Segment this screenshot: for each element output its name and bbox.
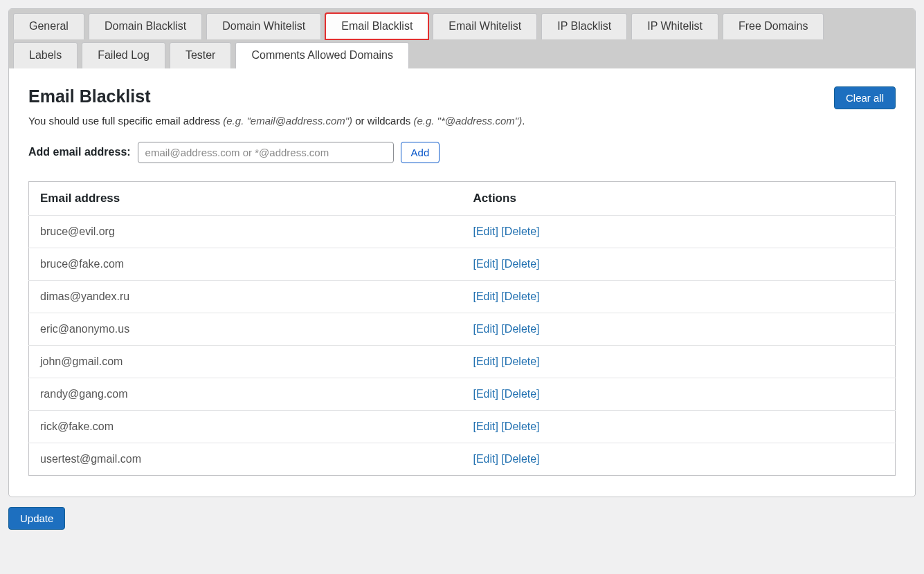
add-email-input[interactable] bbox=[138, 142, 394, 163]
edit-link[interactable]: [Edit] bbox=[473, 355, 498, 367]
tab-failed-log[interactable]: Failed Log bbox=[82, 42, 165, 68]
table-row: usertest@gmail.com[Edit] [Delete] bbox=[29, 443, 896, 475]
delete-link[interactable]: [Delete] bbox=[501, 258, 539, 270]
add-email-form: Add email address: Add bbox=[28, 142, 896, 163]
actions-cell: [Edit] [Delete] bbox=[462, 280, 896, 313]
blacklist-table: Email address Actions bruce@evil.org[Edi… bbox=[28, 181, 896, 476]
email-cell: rick@fake.com bbox=[29, 410, 462, 443]
tab-domain-whitelist[interactable]: Domain Whitelist bbox=[206, 13, 321, 39]
delete-link[interactable]: [Delete] bbox=[501, 388, 539, 400]
tab-general[interactable]: General bbox=[13, 13, 84, 39]
desc-lead: You should use full specific email addre… bbox=[28, 115, 223, 127]
actions-cell: [Edit] [Delete] bbox=[462, 313, 896, 345]
actions-cell: [Edit] [Delete] bbox=[462, 378, 896, 410]
email-cell: randy@gang.com bbox=[29, 378, 462, 410]
actions-cell: [Edit] [Delete] bbox=[462, 248, 896, 280]
update-button[interactable]: Update bbox=[8, 507, 65, 530]
edit-link[interactable]: [Edit] bbox=[473, 258, 498, 270]
delete-link[interactable]: [Delete] bbox=[501, 420, 539, 432]
edit-link[interactable]: [Edit] bbox=[473, 225, 498, 237]
tab-content: Email Blacklist Clear all You should use… bbox=[9, 68, 915, 497]
desc-example-2: (e.g. "*@address.com") bbox=[413, 115, 522, 127]
table-row: eric@anonymo.us[Edit] [Delete] bbox=[29, 313, 896, 345]
tab-domain-blacklist[interactable]: Domain Blacklist bbox=[89, 13, 202, 39]
table-row: bruce@evil.org[Edit] [Delete] bbox=[29, 215, 896, 248]
email-cell: usertest@gmail.com bbox=[29, 443, 462, 475]
tabs-container: GeneralDomain BlacklistDomain WhitelistE… bbox=[9, 9, 915, 68]
desc-mid: or wildcards bbox=[352, 115, 413, 127]
table-row: rick@fake.com[Edit] [Delete] bbox=[29, 410, 896, 443]
tab-comments-allowed-domains[interactable]: Comments Allowed Domains bbox=[235, 42, 409, 68]
tab-ip-whitelist[interactable]: IP Whitelist bbox=[631, 13, 718, 39]
delete-link[interactable]: [Delete] bbox=[501, 225, 539, 237]
add-button[interactable]: Add bbox=[401, 142, 440, 163]
desc-end: . bbox=[522, 115, 525, 127]
clear-all-button[interactable]: Clear all bbox=[834, 86, 896, 109]
delete-link[interactable]: [Delete] bbox=[501, 290, 539, 302]
desc-example-1: (e.g. "email@address.com") bbox=[223, 115, 352, 127]
email-cell: john@gmail.com bbox=[29, 345, 462, 378]
col-header-actions: Actions bbox=[462, 181, 896, 215]
tab-tester[interactable]: Tester bbox=[170, 42, 232, 68]
add-email-label: Add email address: bbox=[28, 146, 131, 158]
settings-panel: GeneralDomain BlacklistDomain WhitelistE… bbox=[8, 8, 916, 497]
actions-cell: [Edit] [Delete] bbox=[462, 215, 896, 248]
tab-free-domains[interactable]: Free Domains bbox=[723, 13, 824, 39]
delete-link[interactable]: [Delete] bbox=[501, 323, 539, 335]
actions-cell: [Edit] [Delete] bbox=[462, 345, 896, 378]
edit-link[interactable]: [Edit] bbox=[473, 323, 498, 335]
tabs-row-1: GeneralDomain BlacklistDomain WhitelistE… bbox=[13, 13, 911, 39]
email-cell: eric@anonymo.us bbox=[29, 313, 462, 345]
delete-link[interactable]: [Delete] bbox=[501, 355, 539, 367]
delete-link[interactable]: [Delete] bbox=[501, 453, 539, 465]
tab-email-whitelist[interactable]: Email Whitelist bbox=[433, 13, 537, 39]
tab-email-blacklist[interactable]: Email Blacklist bbox=[325, 13, 428, 39]
page-title: Email Blacklist bbox=[28, 86, 150, 107]
tab-ip-blacklist[interactable]: IP Blacklist bbox=[541, 13, 627, 39]
email-cell: bruce@fake.com bbox=[29, 248, 462, 280]
table-row: john@gmail.com[Edit] [Delete] bbox=[29, 345, 896, 378]
edit-link[interactable]: [Edit] bbox=[473, 290, 498, 302]
actions-cell: [Edit] [Delete] bbox=[462, 443, 896, 475]
edit-link[interactable]: [Edit] bbox=[473, 420, 498, 432]
email-cell: dimas@yandex.ru bbox=[29, 280, 462, 313]
table-row: bruce@fake.com[Edit] [Delete] bbox=[29, 248, 896, 280]
description-text: You should use full specific email addre… bbox=[28, 115, 896, 127]
table-row: randy@gang.com[Edit] [Delete] bbox=[29, 378, 896, 410]
table-row: dimas@yandex.ru[Edit] [Delete] bbox=[29, 280, 896, 313]
edit-link[interactable]: [Edit] bbox=[473, 453, 498, 465]
edit-link[interactable]: [Edit] bbox=[473, 388, 498, 400]
actions-cell: [Edit] [Delete] bbox=[462, 410, 896, 443]
tab-labels[interactable]: Labels bbox=[13, 42, 78, 68]
tabs-row-2: LabelsFailed LogTesterComments Allowed D… bbox=[13, 42, 911, 68]
email-cell: bruce@evil.org bbox=[29, 215, 462, 248]
col-header-email: Email address bbox=[29, 181, 462, 215]
